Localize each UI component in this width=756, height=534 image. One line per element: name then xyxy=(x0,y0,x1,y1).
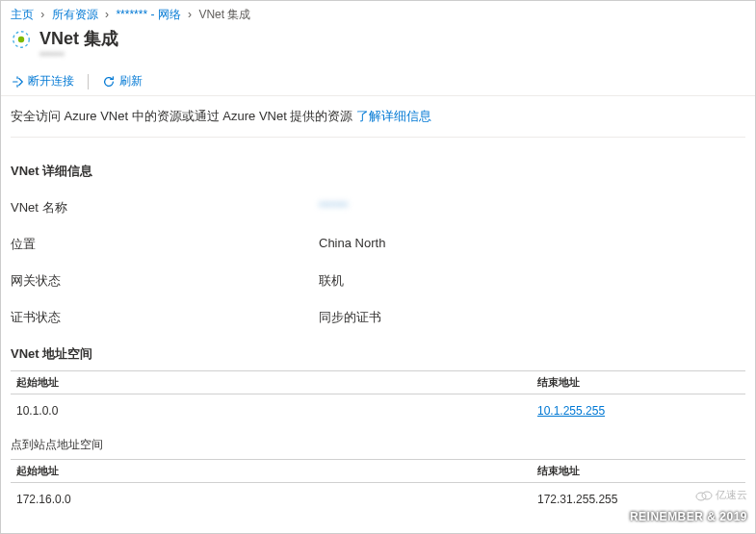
vnet-name-value: ****** xyxy=(319,199,348,216)
p2s-start-value: 172.16.0.0 xyxy=(16,493,537,506)
divider-line xyxy=(11,137,745,138)
address-table-header: 起始地址 结束地址 xyxy=(11,370,745,394)
vnet-details-heading: VNet 详细信息 xyxy=(11,163,745,180)
intro-text: 安全访问 Azure VNet 中的资源或通过 Azure VNet 提供的资源… xyxy=(11,108,745,133)
location-value: China North xyxy=(319,236,385,253)
gateway-status-label: 网关状态 xyxy=(11,272,319,290)
disconnect-button[interactable]: 断开连接 xyxy=(11,73,74,89)
chevron-right-icon: › xyxy=(188,8,192,21)
cert-status-value: 同步的证书 xyxy=(319,309,381,326)
page-subtitle: ****** xyxy=(39,50,118,62)
page-header: VNet 集成 ****** xyxy=(1,27,755,67)
chevron-right-icon: › xyxy=(105,8,109,21)
intro-body: 安全访问 Azure VNet 中的资源或通过 Azure VNet 提供的资源 xyxy=(11,109,356,123)
watermark-text: REINEMBER & 2019 xyxy=(630,510,747,523)
cert-status-label: 证书状态 xyxy=(11,309,319,326)
vnet-integration-icon xyxy=(11,29,32,50)
chevron-right-icon: › xyxy=(40,8,44,21)
p2s-table-header: 起始地址 结束地址 xyxy=(11,459,745,483)
toolbar-divider xyxy=(88,74,89,89)
page-title: VNet 集成 xyxy=(39,27,118,50)
breadcrumb: 主页 › 所有资源 › ******* - 网络 › VNet 集成 xyxy=(1,1,755,27)
end-address-link[interactable]: 10.1.255.255 xyxy=(537,404,605,418)
svg-point-3 xyxy=(702,492,712,499)
breadcrumb-current: VNet 集成 xyxy=(198,8,250,21)
refresh-icon xyxy=(102,75,116,89)
gateway-status-value: 联机 xyxy=(319,272,344,290)
row-vnet-name: VNet 名称 ****** xyxy=(11,193,745,230)
p2s-heading: 点到站点地址空间 xyxy=(11,427,745,459)
watermark-logo-text: 亿速云 xyxy=(716,488,747,502)
refresh-label: 刷新 xyxy=(119,73,143,89)
breadcrumb-all-resources[interactable]: 所有资源 xyxy=(52,8,98,21)
p2s-col-start: 起始地址 xyxy=(16,464,537,478)
vnet-name-label: VNet 名称 xyxy=(11,199,319,216)
disconnect-icon xyxy=(11,75,24,89)
start-address-value: 10.1.0.0 xyxy=(16,404,537,418)
p2s-col-end: 结束地址 xyxy=(537,464,740,478)
refresh-button[interactable]: 刷新 xyxy=(102,73,143,89)
col-start-address: 起始地址 xyxy=(16,375,537,390)
row-location: 位置 China North xyxy=(11,230,745,267)
toolbar: 断开连接 刷新 xyxy=(1,67,755,96)
location-label: 位置 xyxy=(11,236,319,253)
svg-point-1 xyxy=(18,37,24,42)
watermark-logo: 亿速云 xyxy=(695,488,747,502)
breadcrumb-resource[interactable]: ******* - 网络 xyxy=(116,8,180,21)
col-end-address: 结束地址 xyxy=(537,375,740,390)
breadcrumb-home[interactable]: 主页 xyxy=(11,8,34,21)
disconnect-label: 断开连接 xyxy=(28,73,74,89)
row-gateway-status: 网关状态 联机 xyxy=(11,267,745,303)
row-cert-status: 证书状态 同步的证书 xyxy=(11,303,745,340)
address-table-row: 10.1.0.0 10.1.255.255 xyxy=(11,394,745,427)
learn-more-link[interactable]: 了解详细信息 xyxy=(356,109,431,123)
vnet-address-space-heading: VNet 地址空间 xyxy=(11,345,745,363)
